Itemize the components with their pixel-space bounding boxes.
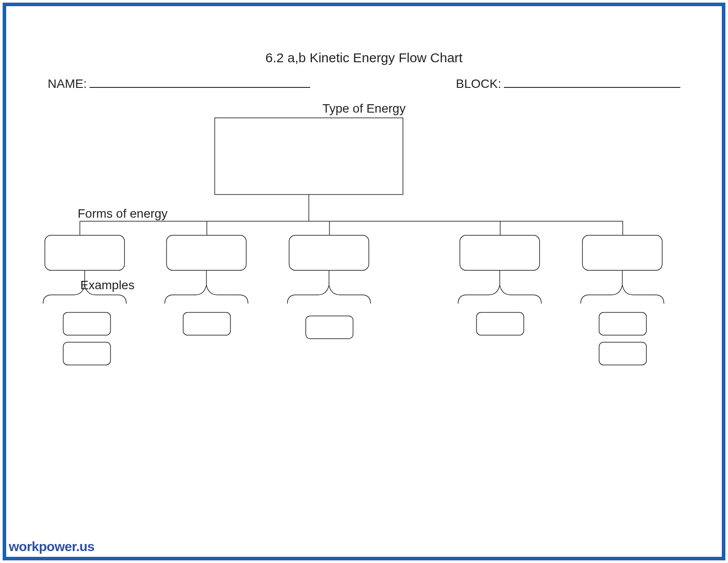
brace-4 xyxy=(458,285,541,304)
type-of-energy-box xyxy=(215,118,403,195)
example-box-5a xyxy=(599,312,646,335)
form-box-1 xyxy=(45,235,125,270)
type-of-energy-label: Type of Energy xyxy=(23,102,705,116)
form-box-4 xyxy=(460,235,540,270)
example-box-4a xyxy=(477,312,524,335)
name-label: NAME: xyxy=(48,77,87,91)
block-field: BLOCK: xyxy=(456,77,680,91)
example-box-5b xyxy=(599,342,646,365)
block-underline xyxy=(504,78,680,88)
name-underline xyxy=(90,78,310,88)
name-field: NAME: xyxy=(48,77,310,91)
examples-label: Examples xyxy=(80,278,135,292)
example-box-3a xyxy=(306,316,353,339)
content-area: 6.2 a,b Kinetic Energy Flow Chart NAME: … xyxy=(23,19,705,544)
example-box-2a xyxy=(183,312,230,335)
example-box-1a xyxy=(63,312,110,335)
form-box-5 xyxy=(582,235,662,270)
watermark-text: workpower.us xyxy=(9,539,94,554)
form-box-3 xyxy=(289,235,369,270)
example-box-1b xyxy=(63,342,110,365)
brace-5 xyxy=(581,285,664,304)
brace-2 xyxy=(165,285,248,304)
form-box-2 xyxy=(166,235,246,270)
header-fields: NAME: BLOCK: xyxy=(23,77,705,91)
brace-3 xyxy=(287,285,371,304)
forms-of-energy-label: Forms of energy xyxy=(78,207,168,221)
block-label: BLOCK: xyxy=(456,77,501,91)
page-frame: 6.2 a,b Kinetic Energy Flow Chart NAME: … xyxy=(3,3,725,560)
chart-title: 6.2 a,b Kinetic Energy Flow Chart xyxy=(23,50,705,65)
